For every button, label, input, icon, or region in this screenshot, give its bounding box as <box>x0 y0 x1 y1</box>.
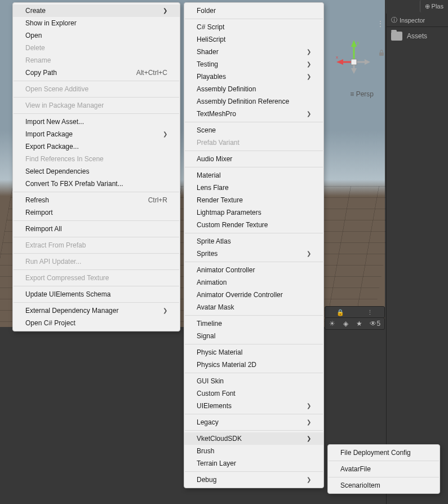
star-icon[interactable]: ★ <box>356 320 362 328</box>
menu-item-delete: Delete <box>13 42 180 54</box>
tag-icon[interactable]: ◈ <box>343 320 348 328</box>
menu-item-import-new-asset[interactable]: Import New Asset... <box>13 116 180 128</box>
menu-item-playables[interactable]: Playables❯ <box>184 70 323 83</box>
menu-item-timeline[interactable]: Timeline <box>184 317 323 330</box>
menu-item-refresh[interactable]: RefreshCtrl+R <box>13 194 180 206</box>
menu-separator <box>185 262 323 262</box>
menu-item-label: Find References In Scene <box>25 153 104 165</box>
menu-item-sprites[interactable]: Sprites❯ <box>184 247 323 260</box>
menu-item-open-c-project[interactable]: Open C# Project <box>13 317 180 329</box>
kebab-menu-icon[interactable]: ⋮ <box>376 19 384 28</box>
inspector-tab[interactable]: ⓘ Inspector <box>387 14 448 27</box>
menu-item-open-scene-additive: Open Scene Additive <box>13 83 180 95</box>
menu-item-signal[interactable]: Signal <box>184 330 323 342</box>
menu-separator <box>14 302 179 303</box>
menu-item-file-deployment-config[interactable]: File Deployment Config <box>328 446 440 459</box>
menu-item-label: External Dependency Manager <box>25 304 118 317</box>
menu-item-label: Playables <box>197 70 226 83</box>
menu-item-assembly-definition[interactable]: Assembly Definition <box>184 83 323 95</box>
visibility-icon[interactable]: 👁5 <box>370 320 380 328</box>
menu-item-assembly-definition-reference[interactable]: Assembly Definition Reference <box>184 95 323 108</box>
menu-item-label: File Deployment Config <box>340 446 411 459</box>
menu-separator <box>185 167 323 167</box>
lighting-icon[interactable]: ☀ <box>329 320 335 328</box>
menu-item-label: Convert To FBX Prefab Variant... <box>25 178 123 190</box>
menu-item-custom-font[interactable]: Custom Font <box>184 387 323 400</box>
menu-item-heliscript[interactable]: HeliScript <box>184 33 323 46</box>
menu-item-reimport[interactable]: Reimport <box>13 206 180 219</box>
scene-orientation-gizmo[interactable]: x y <box>334 37 374 76</box>
menu-item-label: Export Compressed Texture <box>25 272 109 284</box>
menu-item-testing[interactable]: Testing❯ <box>184 58 323 70</box>
svg-marker-1 <box>351 40 357 47</box>
menu-item-reimport-all[interactable]: Reimport All <box>13 223 180 235</box>
menu-item-animation[interactable]: Animation <box>184 276 323 289</box>
menu-item-terrain-layer[interactable]: Terrain Layer <box>184 457 323 470</box>
menu-item-render-texture[interactable]: Render Texture <box>184 194 323 206</box>
inspector-body: Assets <box>387 27 448 45</box>
menu-item-label: Brush <box>197 445 214 457</box>
menu-item-textmeshpro[interactable]: TextMeshPro❯ <box>184 108 323 120</box>
inspector-folder-label: Assets <box>407 32 427 40</box>
menu-item-open[interactable]: Open <box>13 29 180 42</box>
menu-item-c-script[interactable]: C# Script <box>184 21 323 33</box>
menu-item-label: View in Package Manager <box>25 99 104 112</box>
menu-item-folder[interactable]: Folder <box>184 5 323 17</box>
menu-item-animator-override-controller[interactable]: Animator Override Controller <box>184 289 323 301</box>
menu-separator <box>185 19 323 19</box>
kebab-icon[interactable]: ⋮ <box>367 309 373 316</box>
toolbar-plastic-button[interactable]: ⊕Plas <box>420 0 448 12</box>
menu-item-label: Physic Material <box>197 346 242 359</box>
menu-item-label: Animator Controller <box>197 264 255 276</box>
menu-item-copy-path[interactable]: Copy PathAlt+Ctrl+C <box>13 67 180 79</box>
menu-item-vketcloudsdk[interactable]: VketCloudSDK❯ <box>184 432 323 445</box>
menu-item-avatar-mask[interactable]: Avatar Mask <box>184 301 323 313</box>
menu-item-shader[interactable]: Shader❯ <box>184 46 323 58</box>
menu-item-legacy[interactable]: Legacy❯ <box>184 416 323 428</box>
lock-icon[interactable]: 🔒 <box>336 309 344 316</box>
menu-item-label: Refresh <box>25 194 49 206</box>
chevron-right-icon: ❯ <box>307 432 311 445</box>
menu-item-uielements[interactable]: UIElements❯ <box>184 400 323 412</box>
menu-item-import-package[interactable]: Import Package❯ <box>13 128 180 140</box>
menu-item-brush[interactable]: Brush <box>184 445 323 457</box>
menu-item-show-in-explorer[interactable]: Show in Explorer <box>13 17 180 29</box>
menu-item-scenarioitem[interactable]: ScenarioItem <box>328 479 440 492</box>
menu-item-external-dependency-manager[interactable]: External Dependency Manager❯ <box>13 304 180 317</box>
svg-marker-3 <box>336 59 343 65</box>
menu-item-export-package[interactable]: Export Package... <box>13 140 180 153</box>
menu-separator <box>185 122 323 122</box>
lock-icon[interactable] <box>379 48 384 55</box>
menu-item-material[interactable]: Material <box>184 169 323 182</box>
menu-item-custom-render-texture[interactable]: Custom Render Texture <box>184 219 323 231</box>
menu-item-lightmap-parameters[interactable]: Lightmap Parameters <box>184 206 323 219</box>
menu-item-label: Debug <box>197 474 216 486</box>
menu-item-avatarfile[interactable]: AvatarFile <box>328 463 440 475</box>
menu-item-label: Open <box>25 29 42 42</box>
menu-item-audio-mixer[interactable]: Audio Mixer <box>184 153 323 165</box>
menu-item-label: Testing <box>197 58 218 70</box>
menu-item-convert-to-fbx-prefab-variant[interactable]: Convert To FBX Prefab Variant... <box>13 178 180 190</box>
menu-item-physic-material[interactable]: Physic Material <box>184 346 323 359</box>
svg-marker-7 <box>351 68 357 74</box>
menu-separator <box>329 461 439 461</box>
menu-item-shortcut: Ctrl+R <box>148 194 167 206</box>
menu-item-debug[interactable]: Debug❯ <box>184 474 323 486</box>
menu-item-update-uielements-schema[interactable]: Update UIElements Schema <box>13 288 180 300</box>
menu-item-label: Update UIElements Schema <box>25 288 110 300</box>
scene-projection-label[interactable]: ≡ Persp <box>350 90 374 98</box>
menu-item-lens-flare[interactable]: Lens Flare <box>184 182 323 194</box>
menu-item-run-api-updater: Run API Updater... <box>13 255 180 268</box>
context-menu-vketcloudsdk: File Deployment ConfigAvatarFileScenario… <box>327 444 440 494</box>
menu-separator <box>185 414 323 414</box>
menu-item-select-dependencies[interactable]: Select Dependencies <box>13 165 180 178</box>
menu-item-gui-skin[interactable]: GUI Skin <box>184 375 323 387</box>
menu-item-label: Import Package <box>25 128 73 140</box>
menu-item-physics-material-2d[interactable]: Physics Material 2D <box>184 359 323 371</box>
menu-item-animator-controller[interactable]: Animator Controller <box>184 264 323 276</box>
menu-item-sprite-atlas[interactable]: Sprite Atlas <box>184 235 323 247</box>
svg-text:y: y <box>357 40 359 45</box>
chevron-right-icon: ❯ <box>163 5 167 17</box>
menu-item-create[interactable]: Create❯ <box>13 5 180 17</box>
menu-item-scene[interactable]: Scene <box>184 124 323 136</box>
